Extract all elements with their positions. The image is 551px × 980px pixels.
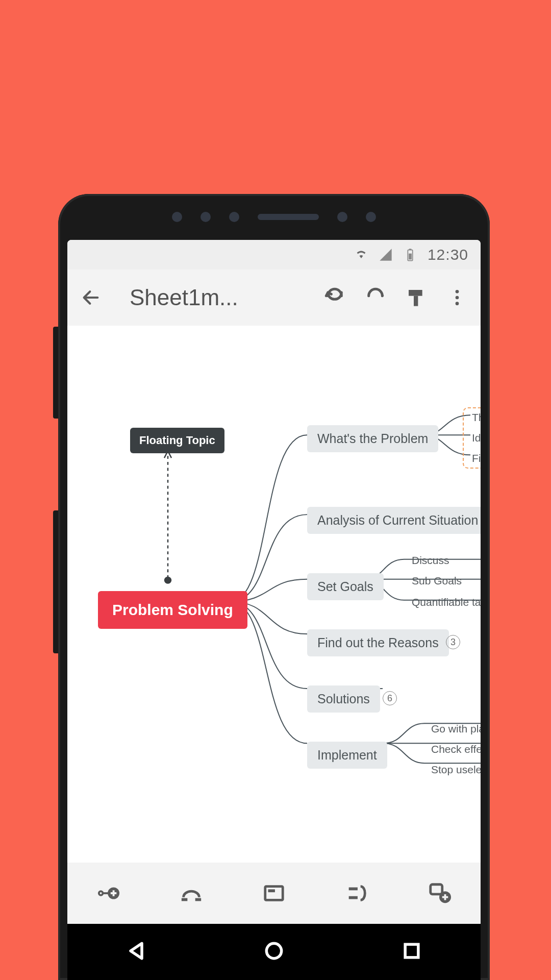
cellular-signal-icon xyxy=(379,248,393,262)
sub-topic[interactable]: Th xyxy=(472,411,481,424)
svg-point-19 xyxy=(99,891,103,895)
svg-rect-4 xyxy=(414,296,418,306)
svg-point-6 xyxy=(456,296,459,300)
sub-topic[interactable]: Go with plans xyxy=(431,723,481,735)
status-bar: 12:30 xyxy=(67,240,481,270)
svg-rect-27 xyxy=(349,896,358,899)
sub-topic[interactable]: Fin xyxy=(472,452,481,464)
branch-node[interactable]: Set Goals xyxy=(307,573,384,600)
mindmap-canvas[interactable]: Floating Topic Problem Solving What's th… xyxy=(67,326,481,863)
svg-rect-28 xyxy=(431,885,442,894)
sensor-dot xyxy=(366,212,376,222)
sub-topic[interactable]: Check effect of xyxy=(431,743,481,755)
sub-topic[interactable]: Discuss xyxy=(412,554,449,567)
bottom-toolbar xyxy=(67,863,481,924)
svg-rect-2 xyxy=(409,254,412,260)
sensor-dot xyxy=(229,212,239,222)
android-recent-button[interactable] xyxy=(400,940,423,964)
svg-point-30 xyxy=(266,943,281,958)
android-nav-bar xyxy=(67,924,481,980)
svg-rect-26 xyxy=(349,888,358,891)
branch-node[interactable]: Find out the Reasons xyxy=(307,629,449,656)
svg-rect-23 xyxy=(195,898,202,901)
sub-topic[interactable]: Quantifiable targe xyxy=(412,596,481,608)
add-note-button[interactable] xyxy=(254,873,294,914)
battery-icon xyxy=(403,248,417,262)
svg-rect-1 xyxy=(409,249,412,250)
undo-button[interactable] xyxy=(320,283,349,312)
svg-rect-25 xyxy=(268,889,275,892)
svg-point-7 xyxy=(456,302,459,305)
phone-speaker xyxy=(258,214,319,220)
svg-point-5 xyxy=(456,290,459,293)
branch-node[interactable]: Analysis of Current Situation xyxy=(307,507,481,534)
svg-rect-24 xyxy=(265,887,283,900)
count-badge[interactable]: 3 xyxy=(446,635,460,649)
branch-node[interactable]: What's the Problem xyxy=(307,425,438,452)
sensor-dot xyxy=(201,212,211,222)
add-floating-topic-button[interactable] xyxy=(419,873,460,914)
add-subtopic-button[interactable] xyxy=(88,873,129,914)
phone-frame: 12:30 Sheet1m... xyxy=(58,194,490,980)
svg-rect-31 xyxy=(405,944,418,958)
svg-rect-3 xyxy=(409,290,422,296)
sub-topic[interactable]: Ide xyxy=(472,432,481,444)
svg-point-18 xyxy=(165,577,171,583)
phone-power-button xyxy=(53,510,58,653)
count-badge[interactable]: 6 xyxy=(383,691,397,705)
phone-volume-button xyxy=(53,327,58,419)
branch-node[interactable]: Implement xyxy=(307,742,387,769)
phone-top-bezel xyxy=(58,194,490,240)
root-node[interactable]: Problem Solving xyxy=(98,591,247,629)
sub-topic[interactable]: Stop useless so xyxy=(431,764,481,776)
phone-screen: 12:30 Sheet1m... xyxy=(67,240,481,980)
sensor-dot xyxy=(172,212,182,222)
camera-dot xyxy=(337,212,347,222)
sub-topic[interactable]: Sub Goals xyxy=(412,575,462,587)
branch-node[interactable]: Solutions xyxy=(307,685,380,713)
floating-topic-node[interactable]: Floating Topic xyxy=(130,428,224,453)
redo-button[interactable] xyxy=(361,283,390,312)
page-title: Sheet1m... xyxy=(130,285,308,310)
android-back-button[interactable] xyxy=(125,940,147,964)
app-bar: Sheet1m... xyxy=(67,270,481,326)
svg-rect-22 xyxy=(182,898,188,901)
android-home-button[interactable] xyxy=(263,940,285,964)
back-button[interactable] xyxy=(77,283,105,312)
add-relationship-button[interactable] xyxy=(171,873,212,914)
more-options-button[interactable] xyxy=(443,283,471,312)
format-button[interactable] xyxy=(402,283,431,312)
status-time: 12:30 xyxy=(428,246,468,263)
add-boundary-button[interactable] xyxy=(336,873,377,914)
wifi-icon xyxy=(354,248,368,262)
